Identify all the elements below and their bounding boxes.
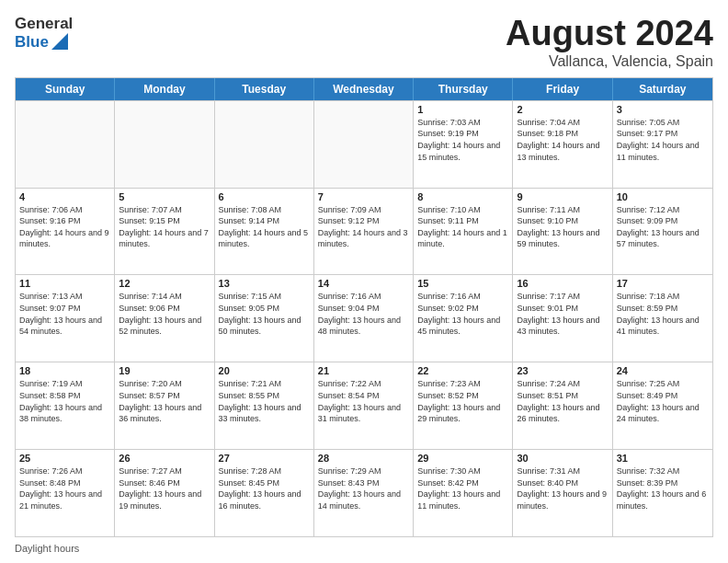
cell-info: Sunrise: 7:03 AMSunset: 9:19 PMDaylight:… [417,117,508,163]
day-number: 31 [617,453,709,464]
cal-header-friday: Friday [513,78,612,100]
cell-info: Sunrise: 7:09 AMSunset: 9:12 PMDaylight:… [318,204,409,250]
footer: Daylight hours [15,543,713,554]
logo-blue-text: Blue [15,33,49,52]
day-number: 25 [19,453,110,464]
cell-info: Sunrise: 7:13 AMSunset: 9:07 PMDaylight:… [19,291,110,337]
cal-cell-12: 12Sunrise: 7:14 AMSunset: 9:06 PMDayligh… [115,275,214,362]
cell-info: Sunrise: 7:17 AMSunset: 9:01 PMDaylight:… [517,291,608,337]
cell-info: Sunrise: 7:15 AMSunset: 9:05 PMDaylight:… [219,291,310,337]
calendar-body: 1Sunrise: 7:03 AMSunset: 9:19 PMDaylight… [16,100,712,536]
cell-info: Sunrise: 7:23 AMSunset: 8:52 PMDaylight:… [417,378,508,424]
cal-cell-6: 6Sunrise: 7:08 AMSunset: 9:14 PMDaylight… [215,189,314,275]
cell-info: Sunrise: 7:25 AMSunset: 8:49 PMDaylight:… [617,378,709,424]
cal-week-3: 11Sunrise: 7:13 AMSunset: 9:07 PMDayligh… [16,274,712,362]
cal-cell-5: 5Sunrise: 7:07 AMSunset: 9:15 PMDaylight… [115,189,214,275]
cal-cell-24: 24Sunrise: 7:25 AMSunset: 8:49 PMDayligh… [613,362,712,449]
footer-label: Daylight hours [15,543,79,554]
day-number: 23 [517,365,608,376]
cal-cell-23: 23Sunrise: 7:24 AMSunset: 8:51 PMDayligh… [513,362,612,449]
cal-cell-17: 17Sunrise: 7:18 AMSunset: 8:59 PMDayligh… [613,275,712,362]
cal-cell-3: 3Sunrise: 7:05 AMSunset: 9:17 PMDaylight… [613,101,712,188]
day-number: 19 [119,365,210,376]
cell-info: Sunrise: 7:29 AMSunset: 8:43 PMDaylight:… [318,465,409,511]
cal-cell-empty-0 [16,101,115,188]
cell-info: Sunrise: 7:11 AMSunset: 9:10 PMDaylight:… [517,204,608,250]
cal-cell-30: 30Sunrise: 7:31 AMSunset: 8:40 PMDayligh… [513,450,612,536]
cal-header-tuesday: Tuesday [215,78,314,100]
cal-cell-26: 26Sunrise: 7:27 AMSunset: 8:46 PMDayligh… [115,450,214,536]
day-number: 2 [517,104,608,115]
cell-info: Sunrise: 7:22 AMSunset: 8:54 PMDaylight:… [318,378,409,424]
cal-week-4: 18Sunrise: 7:19 AMSunset: 8:58 PMDayligh… [16,362,712,449]
logo: General Blue [15,15,73,51]
day-number: 18 [19,365,110,376]
cell-info: Sunrise: 7:20 AMSunset: 8:57 PMDaylight:… [119,378,210,424]
page: General Blue August 2024 Vallanca, Valen… [0,0,728,563]
cal-cell-29: 29Sunrise: 7:30 AMSunset: 8:42 PMDayligh… [414,450,513,536]
cell-info: Sunrise: 7:07 AMSunset: 9:15 PMDaylight:… [119,204,210,250]
cell-info: Sunrise: 7:24 AMSunset: 8:51 PMDaylight:… [517,378,608,424]
cell-info: Sunrise: 7:27 AMSunset: 8:46 PMDaylight:… [119,465,210,511]
day-number: 8 [417,191,508,202]
cal-cell-4: 4Sunrise: 7:06 AMSunset: 9:16 PMDaylight… [16,189,115,275]
logo-triangle-icon [51,33,68,50]
day-number: 11 [19,278,110,289]
cal-week-5: 25Sunrise: 7:26 AMSunset: 8:48 PMDayligh… [16,449,712,536]
day-number: 17 [617,278,709,289]
cal-cell-14: 14Sunrise: 7:16 AMSunset: 9:04 PMDayligh… [314,275,414,362]
cell-info: Sunrise: 7:05 AMSunset: 9:17 PMDaylight:… [617,117,709,163]
cell-info: Sunrise: 7:12 AMSunset: 9:09 PMDaylight:… [617,204,709,250]
day-number: 15 [417,278,508,289]
day-number: 29 [417,453,508,464]
title-block: August 2024 Vallanca, Valencia, Spain [506,15,713,70]
cal-cell-15: 15Sunrise: 7:16 AMSunset: 9:02 PMDayligh… [414,275,513,362]
day-number: 4 [19,191,110,202]
cell-info: Sunrise: 7:14 AMSunset: 9:06 PMDaylight:… [119,291,210,337]
cell-info: Sunrise: 7:08 AMSunset: 9:14 PMDaylight:… [219,204,310,250]
cal-cell-18: 18Sunrise: 7:19 AMSunset: 8:58 PMDayligh… [16,362,115,449]
cal-cell-16: 16Sunrise: 7:17 AMSunset: 9:01 PMDayligh… [513,275,612,362]
cal-header-wednesday: Wednesday [314,78,414,100]
cell-info: Sunrise: 7:21 AMSunset: 8:55 PMDaylight:… [219,378,310,424]
cal-cell-7: 7Sunrise: 7:09 AMSunset: 9:12 PMDaylight… [314,189,414,275]
page-title: August 2024 [506,15,713,53]
svg-marker-0 [51,33,68,50]
cell-info: Sunrise: 7:19 AMSunset: 8:58 PMDaylight:… [19,378,110,424]
cal-cell-empty-2 [215,101,314,188]
cal-cell-25: 25Sunrise: 7:26 AMSunset: 8:48 PMDayligh… [16,450,115,536]
day-number: 24 [617,365,709,376]
cal-header-saturday: Saturday [613,78,712,100]
day-number: 22 [417,365,508,376]
cal-cell-empty-1 [115,101,214,188]
cal-header-sunday: Sunday [16,78,115,100]
day-number: 7 [318,191,409,202]
cell-info: Sunrise: 7:06 AMSunset: 9:16 PMDaylight:… [19,204,110,250]
calendar-header-row: SundayMondayTuesdayWednesdayThursdayFrid… [16,78,712,100]
cal-cell-11: 11Sunrise: 7:13 AMSunset: 9:07 PMDayligh… [16,275,115,362]
cal-cell-13: 13Sunrise: 7:15 AMSunset: 9:05 PMDayligh… [215,275,314,362]
page-subtitle: Vallanca, Valencia, Spain [506,53,713,70]
cal-cell-2: 2Sunrise: 7:04 AMSunset: 9:18 PMDaylight… [513,101,612,188]
cal-cell-28: 28Sunrise: 7:29 AMSunset: 8:43 PMDayligh… [314,450,414,536]
day-number: 26 [119,453,210,464]
cell-info: Sunrise: 7:18 AMSunset: 8:59 PMDaylight:… [617,291,709,337]
cell-info: Sunrise: 7:31 AMSunset: 8:40 PMDaylight:… [517,465,608,511]
day-number: 13 [219,278,310,289]
cell-info: Sunrise: 7:16 AMSunset: 9:04 PMDaylight:… [318,291,409,337]
cal-cell-31: 31Sunrise: 7:32 AMSunset: 8:39 PMDayligh… [613,450,712,536]
cal-cell-22: 22Sunrise: 7:23 AMSunset: 8:52 PMDayligh… [414,362,513,449]
cell-info: Sunrise: 7:30 AMSunset: 8:42 PMDaylight:… [417,465,508,511]
day-number: 6 [219,191,310,202]
calendar: SundayMondayTuesdayWednesdayThursdayFrid… [15,77,713,537]
day-number: 30 [517,453,608,464]
cell-info: Sunrise: 7:28 AMSunset: 8:45 PMDaylight:… [219,465,310,511]
day-number: 5 [119,191,210,202]
cal-cell-21: 21Sunrise: 7:22 AMSunset: 8:54 PMDayligh… [314,362,414,449]
day-number: 14 [318,278,409,289]
day-number: 27 [219,453,310,464]
day-number: 3 [617,104,709,115]
day-number: 9 [517,191,608,202]
day-number: 12 [119,278,210,289]
cal-header-monday: Monday [115,78,214,100]
